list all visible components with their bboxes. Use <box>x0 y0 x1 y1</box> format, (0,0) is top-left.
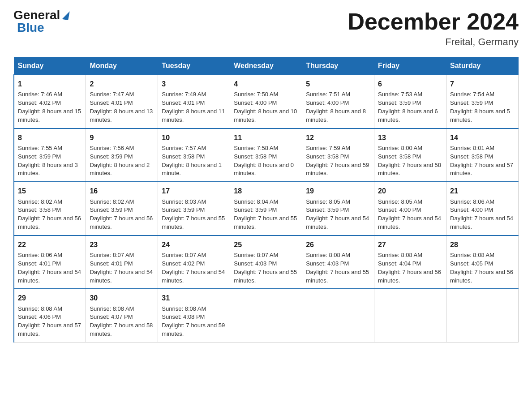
header-sunday: Sunday <box>14 57 86 75</box>
calendar-cell: 20 Sunrise: 8:05 AMSunset: 4:00 PMDaylig… <box>374 182 446 235</box>
day-number: 12 <box>306 133 370 143</box>
logo-top: General <box>13 9 69 21</box>
day-number: 21 <box>450 186 515 196</box>
page-header: General Blue December 2024 Freital, Germ… <box>13 9 519 48</box>
calendar-cell: 30 Sunrise: 8:08 AMSunset: 4:07 PMDaylig… <box>86 289 158 342</box>
day-info: Sunrise: 8:00 AMSunset: 3:58 PMDaylight:… <box>378 145 441 177</box>
day-info: Sunrise: 8:08 AMSunset: 4:03 PMDaylight:… <box>306 252 369 284</box>
day-number: 17 <box>162 186 226 196</box>
calendar-cell: 31 Sunrise: 8:08 AMSunset: 4:08 PMDaylig… <box>158 289 230 342</box>
day-info: Sunrise: 7:58 AMSunset: 3:58 PMDaylight:… <box>234 145 294 177</box>
day-number: 19 <box>306 186 370 196</box>
day-info: Sunrise: 8:02 AMSunset: 3:59 PMDaylight:… <box>90 198 153 231</box>
calendar-table: SundayMondayTuesdayWednesdayThursdayFrid… <box>13 57 519 342</box>
day-info: Sunrise: 7:56 AMSunset: 3:59 PMDaylight:… <box>90 145 150 177</box>
day-number: 8 <box>18 133 82 143</box>
day-info: Sunrise: 7:57 AMSunset: 3:58 PMDaylight:… <box>162 145 222 177</box>
week-row-5: 29 Sunrise: 8:08 AMSunset: 4:06 PMDaylig… <box>14 289 519 342</box>
calendar-cell: 4 Sunrise: 7:50 AMSunset: 4:00 PMDayligh… <box>230 75 302 128</box>
day-number: 26 <box>306 240 370 250</box>
day-number: 3 <box>162 79 226 89</box>
week-row-3: 15 Sunrise: 8:02 AMSunset: 3:58 PMDaylig… <box>14 182 519 235</box>
day-info: Sunrise: 8:04 AMSunset: 3:59 PMDaylight:… <box>234 198 297 231</box>
calendar-cell <box>302 289 374 342</box>
logo-triangle-icon <box>62 10 70 20</box>
calendar-cell: 14 Sunrise: 8:01 AMSunset: 3:58 PMDaylig… <box>446 128 519 182</box>
header-monday: Monday <box>86 57 158 75</box>
calendar-cell: 6 Sunrise: 7:53 AMSunset: 3:59 PMDayligh… <box>374 75 446 128</box>
day-number: 13 <box>378 133 442 143</box>
header-wednesday: Wednesday <box>230 57 302 75</box>
calendar-body: 1 Sunrise: 7:46 AMSunset: 4:02 PMDayligh… <box>14 75 519 342</box>
calendar-cell: 26 Sunrise: 8:08 AMSunset: 4:03 PMDaylig… <box>302 235 374 289</box>
day-number: 27 <box>378 240 442 250</box>
calendar-cell: 24 Sunrise: 8:07 AMSunset: 4:02 PMDaylig… <box>158 235 230 289</box>
day-number: 29 <box>18 293 82 303</box>
day-number: 5 <box>306 79 370 89</box>
week-row-1: 1 Sunrise: 7:46 AMSunset: 4:02 PMDayligh… <box>14 75 519 128</box>
header-saturday: Saturday <box>446 57 519 75</box>
week-row-4: 22 Sunrise: 8:06 AMSunset: 4:01 PMDaylig… <box>14 235 519 289</box>
calendar-cell: 19 Sunrise: 8:05 AMSunset: 3:59 PMDaylig… <box>302 182 374 235</box>
calendar-cell: 7 Sunrise: 7:54 AMSunset: 3:59 PMDayligh… <box>446 75 519 128</box>
calendar-cell: 9 Sunrise: 7:56 AMSunset: 3:59 PMDayligh… <box>86 128 158 182</box>
day-info: Sunrise: 8:07 AMSunset: 4:02 PMDaylight:… <box>162 252 225 284</box>
calendar-cell: 15 Sunrise: 8:02 AMSunset: 3:58 PMDaylig… <box>14 182 86 235</box>
day-number: 10 <box>162 133 226 143</box>
calendar-cell: 18 Sunrise: 8:04 AMSunset: 3:59 PMDaylig… <box>230 182 302 235</box>
calendar-cell: 1 Sunrise: 7:46 AMSunset: 4:02 PMDayligh… <box>14 75 86 128</box>
day-number: 14 <box>450 133 515 143</box>
calendar-cell: 11 Sunrise: 7:58 AMSunset: 3:58 PMDaylig… <box>230 128 302 182</box>
day-info: Sunrise: 7:47 AMSunset: 4:01 PMDaylight:… <box>90 91 153 123</box>
day-info: Sunrise: 8:06 AMSunset: 4:00 PMDaylight:… <box>450 198 513 231</box>
calendar-cell: 5 Sunrise: 7:51 AMSunset: 4:00 PMDayligh… <box>302 75 374 128</box>
day-number: 31 <box>162 293 226 303</box>
calendar-cell: 16 Sunrise: 8:02 AMSunset: 3:59 PMDaylig… <box>86 182 158 235</box>
calendar-cell: 29 Sunrise: 8:08 AMSunset: 4:06 PMDaylig… <box>14 289 86 342</box>
day-info: Sunrise: 7:55 AMSunset: 3:59 PMDaylight:… <box>18 145 78 177</box>
day-number: 11 <box>234 133 298 143</box>
calendar-cell: 12 Sunrise: 7:59 AMSunset: 3:58 PMDaylig… <box>302 128 374 182</box>
day-info: Sunrise: 8:08 AMSunset: 4:05 PMDaylight:… <box>450 252 513 284</box>
day-number: 23 <box>90 240 154 250</box>
day-info: Sunrise: 7:54 AMSunset: 3:59 PMDaylight:… <box>450 91 510 123</box>
calendar-cell: 10 Sunrise: 7:57 AMSunset: 3:58 PMDaylig… <box>158 128 230 182</box>
header-tuesday: Tuesday <box>158 57 230 75</box>
calendar-cell: 25 Sunrise: 8:07 AMSunset: 4:03 PMDaylig… <box>230 235 302 289</box>
day-info: Sunrise: 8:08 AMSunset: 4:06 PMDaylight:… <box>18 305 81 338</box>
day-info: Sunrise: 8:05 AMSunset: 3:59 PMDaylight:… <box>306 198 369 231</box>
day-info: Sunrise: 8:08 AMSunset: 4:07 PMDaylight:… <box>90 305 153 338</box>
day-info: Sunrise: 7:46 AMSunset: 4:02 PMDaylight:… <box>18 91 81 123</box>
day-number: 28 <box>450 240 515 250</box>
day-number: 9 <box>90 133 154 143</box>
header-friday: Friday <box>374 57 446 75</box>
day-info: Sunrise: 8:07 AMSunset: 4:03 PMDaylight:… <box>234 252 297 284</box>
day-info: Sunrise: 8:05 AMSunset: 4:00 PMDaylight:… <box>378 198 441 231</box>
calendar-cell: 3 Sunrise: 7:49 AMSunset: 4:01 PMDayligh… <box>158 75 230 128</box>
day-info: Sunrise: 8:06 AMSunset: 4:01 PMDaylight:… <box>18 252 81 284</box>
day-number: 2 <box>90 79 154 89</box>
day-number: 1 <box>18 79 82 89</box>
day-info: Sunrise: 7:59 AMSunset: 3:58 PMDaylight:… <box>306 145 369 177</box>
day-info: Sunrise: 8:07 AMSunset: 4:01 PMDaylight:… <box>90 252 153 284</box>
location-subtitle: Freital, Germany <box>348 36 519 48</box>
day-number: 18 <box>234 186 298 196</box>
week-row-2: 8 Sunrise: 7:55 AMSunset: 3:59 PMDayligh… <box>14 128 519 182</box>
calendar-cell: 21 Sunrise: 8:06 AMSunset: 4:00 PMDaylig… <box>446 182 519 235</box>
month-title: December 2024 <box>348 9 519 34</box>
day-info: Sunrise: 8:03 AMSunset: 3:59 PMDaylight:… <box>162 198 225 231</box>
calendar-cell <box>374 289 446 342</box>
calendar-header: SundayMondayTuesdayWednesdayThursdayFrid… <box>14 57 519 75</box>
calendar-cell: 23 Sunrise: 8:07 AMSunset: 4:01 PMDaylig… <box>86 235 158 289</box>
day-number: 30 <box>90 293 154 303</box>
calendar-cell: 2 Sunrise: 7:47 AMSunset: 4:01 PMDayligh… <box>86 75 158 128</box>
title-block: December 2024 Freital, Germany <box>348 9 519 48</box>
day-number: 20 <box>378 186 442 196</box>
logo-blue-text: Blue <box>17 21 44 34</box>
day-info: Sunrise: 7:53 AMSunset: 3:59 PMDaylight:… <box>378 91 438 123</box>
calendar-cell: 27 Sunrise: 8:08 AMSunset: 4:04 PMDaylig… <box>374 235 446 289</box>
day-number: 22 <box>18 240 82 250</box>
calendar-cell: 17 Sunrise: 8:03 AMSunset: 3:59 PMDaylig… <box>158 182 230 235</box>
day-info: Sunrise: 8:01 AMSunset: 3:58 PMDaylight:… <box>450 145 513 177</box>
day-number: 4 <box>234 79 298 89</box>
